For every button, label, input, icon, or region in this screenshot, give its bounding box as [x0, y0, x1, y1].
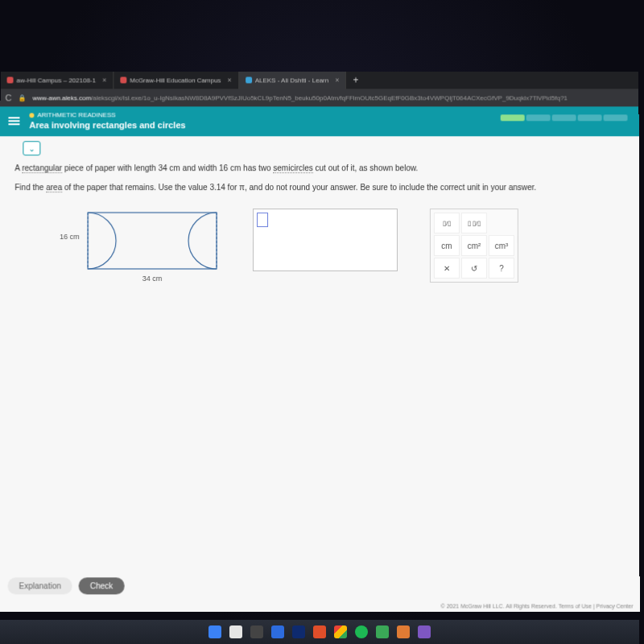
check-button[interactable]: Check	[79, 577, 124, 594]
xbox-icon[interactable]	[376, 625, 389, 638]
url-text[interactable]: www-awn.aleks.com/alekscgi/x/Isl.exe/1o_…	[32, 94, 567, 101]
svg-rect-0	[88, 213, 217, 269]
explanation-button[interactable]: Explanation	[7, 577, 72, 594]
tab-aleks[interactable]: ALEKS - Ali Dshtti - Learn ×	[239, 72, 347, 89]
laptop-screen: aw-Hill Campus – 202108-1 × McGraw-Hill …	[0, 72, 640, 613]
unit-cm2-button[interactable]: cm²	[461, 235, 487, 256]
app-icon[interactable]	[397, 625, 410, 638]
tool-panel: ▯/▯ ▯ ▯/▯ cm cm² cm³ ✕ ↺ ?	[430, 208, 518, 283]
module-label: ARITHMETIC READINESS	[29, 111, 185, 118]
app-icon[interactable]	[313, 625, 326, 638]
tab-label: aw-Hill Campus – 202108-1	[17, 76, 97, 84]
reload-icon[interactable]: C	[6, 93, 12, 102]
tab-label: McGraw-Hill Education Campus	[130, 76, 221, 84]
new-tab-button[interactable]: +	[346, 74, 365, 85]
close-icon[interactable]: ×	[102, 76, 106, 84]
page-content: ARITHMETIC READINESS Area involving rect…	[0, 106, 640, 612]
favicon	[120, 76, 126, 83]
aleks-header: ARITHMETIC READINESS Area involving rect…	[0, 106, 638, 136]
rectangle-diagram	[84, 208, 221, 273]
taskview-icon[interactable]	[250, 625, 263, 638]
app-icon[interactable]	[418, 625, 431, 638]
question-text: A rectangular piece of paper with length…	[0, 155, 638, 194]
unit-cm3-button[interactable]: cm³	[489, 235, 514, 256]
favicon	[246, 76, 252, 83]
chrome-icon[interactable]	[334, 625, 347, 638]
start-icon[interactable]	[208, 625, 221, 638]
favicon	[7, 76, 14, 83]
spotify-icon[interactable]	[355, 625, 368, 638]
unit-cm-button[interactable]: cm	[434, 235, 460, 256]
action-bar: Explanation Check	[7, 577, 124, 594]
length-label: 34 cm	[84, 275, 221, 283]
module-dot-icon	[29, 113, 34, 118]
work-area: 16 cm 34 cm ▯/▯ ▯ ▯/▯	[0, 194, 639, 283]
help-button[interactable]: ?	[489, 258, 514, 279]
tab-label: ALEKS - Ali Dshtti - Learn	[255, 76, 328, 84]
answer-input-box[interactable]	[253, 208, 398, 271]
browser-tab-strip: aw-Hill Campus – 202108-1 × McGraw-Hill …	[1, 72, 639, 89]
address-bar: C 🔒 www-awn.aleks.com/alekscgi/x/Isl.exe…	[1, 89, 639, 106]
fraction-button[interactable]: ▯/▯	[434, 213, 460, 233]
lock-icon: 🔒	[18, 94, 26, 101]
mixed-number-button[interactable]: ▯ ▯/▯	[461, 213, 487, 233]
copyright-text: © 2021 McGraw Hill LLC. All Rights Reser…	[440, 603, 633, 609]
answer-cursor[interactable]	[257, 213, 268, 227]
menu-icon[interactable]	[8, 117, 19, 125]
app-icon[interactable]	[292, 625, 305, 638]
height-label: 16 cm	[60, 233, 80, 241]
widgets-icon[interactable]	[271, 625, 284, 638]
windows-taskbar	[0, 620, 639, 644]
tab-campus[interactable]: aw-Hill Campus – 202108-1 ×	[1, 72, 114, 89]
collapse-button[interactable]: ⌄	[23, 141, 40, 155]
close-icon[interactable]: ×	[228, 76, 232, 84]
problem-figure: 16 cm 34 cm	[84, 208, 221, 283]
search-icon[interactable]	[229, 625, 242, 638]
close-icon[interactable]: ×	[335, 76, 339, 84]
topic-title: Area involving rectangles and circles	[29, 120, 185, 130]
clear-button[interactable]: ✕	[434, 258, 460, 279]
undo-button[interactable]: ↺	[461, 258, 487, 279]
progress-indicator	[501, 114, 628, 121]
tab-mcgraw[interactable]: McGraw-Hill Education Campus ×	[114, 72, 238, 89]
